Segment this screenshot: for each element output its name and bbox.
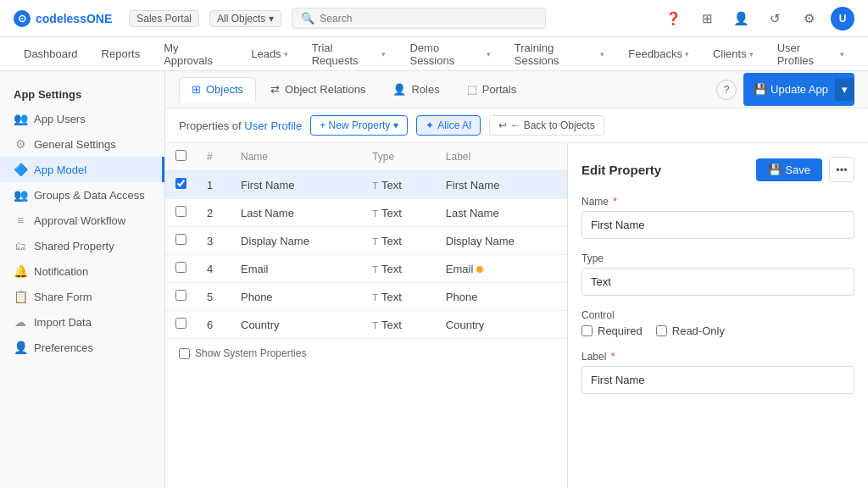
tab-portals[interactable]: ⬚ Portals: [454, 77, 529, 102]
table-row[interactable]: 3 Display Name TText Display Name: [165, 227, 567, 255]
help-icon[interactable]: ❓: [661, 7, 685, 30]
nav-item-approvals[interactable]: My Approvals: [153, 38, 237, 70]
alice-ai-button[interactable]: ✦ Alice AI: [416, 115, 481, 136]
nav-item-trial[interactable]: Trial Requests▾: [302, 38, 397, 70]
app-badge[interactable]: Sales Portal: [129, 10, 199, 27]
row-checkbox[interactable]: [175, 262, 186, 273]
readonly-control[interactable]: Read-Only: [656, 324, 725, 337]
tabs-right: ? 💾 Update App ▾: [716, 73, 854, 106]
tab-objects[interactable]: ⊞ Objects: [179, 77, 256, 102]
nav-dashboard-label: Dashboard: [24, 47, 78, 60]
row-number: 2: [197, 199, 231, 227]
sidebar-item-sharedproperty[interactable]: 🗂 Shared Property: [0, 233, 164, 258]
objects-dropdown[interactable]: All Objects ▾: [209, 10, 281, 27]
avatar[interactable]: U: [831, 7, 854, 30]
new-property-button[interactable]: + New Property ▾: [310, 115, 408, 136]
required-checkbox[interactable]: [581, 325, 593, 336]
control-row: Required Read-Only: [581, 324, 854, 337]
label-input[interactable]: [581, 366, 854, 394]
nav-feedbacks-label: Feedbacks: [628, 47, 682, 60]
sidebar-generalsettings-label: General Settings: [34, 138, 116, 151]
nav-item-demo[interactable]: Demo Sessions▾: [399, 38, 500, 70]
sidebar-item-shareform[interactable]: 📋 Share Form: [0, 284, 164, 309]
table-row[interactable]: 5 Phone TText Phone: [165, 283, 567, 311]
update-app-button[interactable]: 💾 Update App ▾: [743, 73, 854, 106]
row-checkbox[interactable]: [175, 206, 186, 217]
nav-item-feedbacks[interactable]: Feedbacks▾: [618, 44, 699, 64]
sidebar-item-appusers[interactable]: 👥 App Users: [0, 106, 164, 131]
edit-panel-actions: 💾 Save •••: [756, 157, 854, 182]
sidebar-item-generalsettings[interactable]: ⚙ General Settings: [0, 131, 164, 157]
save-button[interactable]: 💾 Save: [756, 158, 822, 181]
main: ⊞ Objects ⇄ Object Relations 👤 Roles ⬚ P…: [165, 71, 868, 488]
readonly-checkbox[interactable]: [656, 325, 667, 336]
demo-chevron-icon: ▾: [487, 50, 491, 58]
refresh-icon[interactable]: ↺: [763, 7, 787, 30]
app-name: Sales Portal: [136, 13, 192, 25]
tab-help-icon[interactable]: ?: [716, 80, 737, 100]
users-icon[interactable]: 👤: [729, 7, 753, 30]
name-input[interactable]: [581, 211, 854, 239]
nav-item-clients[interactable]: Clients▾: [703, 44, 764, 64]
sidebar-sharedproperty-label: Shared Property: [34, 240, 114, 252]
sharedproperty-icon: 🗂: [14, 239, 27, 252]
table-row[interactable]: 1 First Name TText First Name: [165, 171, 567, 199]
nav-item-reports[interactable]: Reports: [92, 44, 151, 64]
table-row[interactable]: 4 Email TText Email: [165, 255, 567, 283]
nav-trial-label: Trial Requests: [312, 42, 380, 67]
row-label: Last Name: [436, 199, 567, 227]
sidebar-shareform-label: Share Form: [34, 291, 92, 303]
sidebar-item-approval[interactable]: ≡ Approval Workflow: [0, 208, 164, 233]
table-section: # Name Type Label 1 First Name TText Fir…: [165, 143, 567, 488]
tab-objectrelations[interactable]: ⇄ Object Relations: [258, 77, 378, 102]
search-input[interactable]: [320, 13, 537, 25]
row-checkbox[interactable]: [175, 290, 186, 301]
portals-tab-icon: ⬚: [467, 83, 477, 96]
new-property-label: + New Property: [320, 119, 390, 131]
nav-item-dashboard[interactable]: Dashboard: [14, 44, 88, 64]
sidebar-item-preferences[interactable]: 👤 Preferences: [0, 335, 164, 360]
more-options-button[interactable]: •••: [829, 157, 854, 182]
tab-roles[interactable]: 👤 Roles: [380, 77, 452, 102]
select-all-checkbox[interactable]: [175, 150, 186, 161]
row-checkbox[interactable]: [175, 234, 186, 245]
row-type: TText: [362, 311, 436, 339]
nav-userprofiles-label: User Profiles: [777, 42, 837, 67]
back-to-objects-button[interactable]: ↩ ← Back to Objects: [489, 115, 604, 136]
row-checkbox[interactable]: [175, 178, 186, 189]
nav-item-leads[interactable]: Leads▾: [241, 44, 298, 64]
type-input[interactable]: [581, 268, 854, 296]
approval-icon: ≡: [14, 214, 27, 227]
sidebar-item-groups[interactable]: 👥 Groups & Data Access: [0, 182, 164, 208]
update-app-caret-icon[interactable]: ▾: [835, 78, 854, 101]
nav-item-training[interactable]: Training Sessions▾: [504, 38, 615, 70]
object-name-link[interactable]: User Profile: [244, 119, 302, 132]
sidebar-item-appmodel[interactable]: 🔷 App Model: [0, 157, 164, 182]
nav-training-label: Training Sessions: [515, 42, 598, 67]
sidebar-section-title: App Settings: [0, 81, 164, 106]
sidebar-item-notification[interactable]: 🔔 Notification: [0, 258, 164, 284]
table-row[interactable]: 2 Last Name TText Last Name: [165, 199, 567, 227]
logo: codelessONE: [14, 10, 112, 27]
grid-icon[interactable]: ⊞: [695, 7, 719, 30]
properties-table: # Name Type Label 1 First Name TText Fir…: [165, 143, 567, 339]
nav-item-userprofiles[interactable]: User Profiles▾: [767, 38, 854, 70]
row-checkbox[interactable]: [175, 318, 186, 329]
show-system-checkbox[interactable]: [179, 348, 190, 359]
edit-panel-header: Edit Property 💾 Save •••: [581, 157, 854, 182]
objects-chevron-icon: ▾: [269, 13, 274, 25]
row-type: TText: [362, 199, 436, 227]
row-name: First Name: [231, 171, 362, 199]
nav-reports-label: Reports: [102, 47, 141, 60]
tabs-bar: ⊞ Objects ⇄ Object Relations 👤 Roles ⬚ P…: [165, 71, 868, 108]
row-checkbox-cell: [165, 311, 197, 339]
save-label: Save: [785, 164, 810, 176]
name-field-label: Name *: [581, 196, 854, 208]
table-row[interactable]: 6 Country TText Country: [165, 311, 567, 339]
settings-icon[interactable]: ⚙: [797, 7, 821, 30]
required-control[interactable]: Required: [581, 324, 643, 337]
search-icon: 🔍: [301, 12, 314, 25]
sidebar-item-importdata[interactable]: ☁ Import Data: [0, 309, 164, 335]
preferences-icon: 👤: [14, 341, 27, 354]
importdata-icon: ☁: [14, 315, 27, 329]
